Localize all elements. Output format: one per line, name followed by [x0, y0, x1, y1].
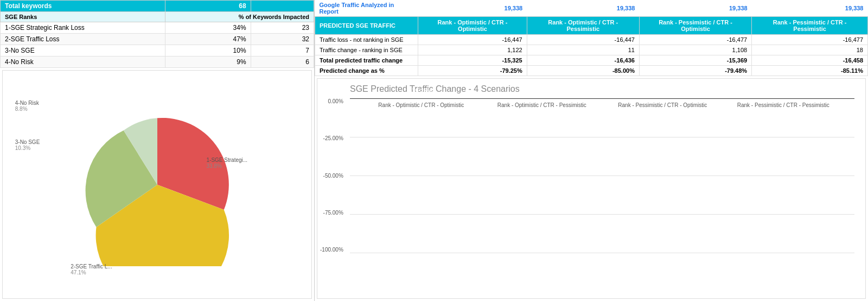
pie-chart-container: 1-SGE Strategi... 33.8% 2-SGE Traffic L.… — [2, 70, 312, 299]
table-row: 3-No SGE 10% 7 — [1, 45, 314, 57]
tr4-v1: -79.25% — [418, 66, 527, 76]
y-axis: 0.00% -25.00% -50.00% -75.00% -100.00% — [320, 98, 343, 253]
bar-x-label-1: Rank - Optimistic / CTR - Pessimistic — [497, 102, 586, 109]
traffic-total-3: 19,338 — [639, 0, 751, 17]
traffic-title-row: Google Traffic Analyzed in Report 19,338… — [315, 0, 868, 17]
col-1: Rank - Optimistic / CTR - Optimistic — [418, 17, 527, 35]
traffic-row-4: Predicted change as % -79.25% -85.00% -7… — [315, 66, 868, 76]
bar-x-label-3: Rank - Pessimistic / CTR - Pessimistic — [737, 102, 829, 109]
col-0: PREDICTED SGE TRAFFIC — [315, 17, 418, 35]
tr4-label: Predicted change as % — [315, 66, 418, 76]
tr1-label: Traffic loss - not ranking in SGE — [315, 35, 418, 45]
tr2-label: Traffic change - ranking in SGE — [315, 45, 418, 55]
tr1-v1: -16,447 — [418, 35, 527, 45]
bar-group-1: -85.00%Rank - Optimistic / CTR - Pessimi… — [489, 98, 595, 109]
traffic-row-2: Traffic change - ranking in SGE 1,122 11… — [315, 45, 868, 55]
total-row: Total keywords 68 — [1, 1, 314, 12]
bar-wrapper-2: -79.48%Rank - Pessimistic / CTR - Optimi… — [609, 98, 716, 109]
tr3-v1: -15,325 — [418, 55, 527, 66]
pie-label-1: 1-SGE Strategi... 33.8% — [207, 157, 248, 169]
tr3-v2: -16,436 — [527, 55, 639, 66]
row4-count: 6 — [251, 57, 314, 68]
table-row: 4-No Risk 9% 6 — [1, 57, 314, 68]
row1-label: 1-SGE Strategic Rank Loss — [1, 22, 165, 34]
bar-x-label-0: Rank - Optimistic / CTR - Optimistic — [378, 102, 464, 109]
bar-group-3: -85.11%Rank - Pessimistic / CTR - Pessim… — [730, 98, 837, 109]
bar-x-label-2: Rank - Pessimistic / CTR - Optimistic — [618, 102, 707, 109]
pie-label-2: 2-SGE Traffic L... 47.1% — [71, 264, 112, 275]
tr2-v4: 18 — [752, 45, 868, 55]
table-row: 2-SGE Traffic Loss 47% 32 — [1, 34, 314, 45]
col-header-pct: % of Keywords Impacted — [165, 12, 314, 22]
tr3-v3: -15,369 — [639, 55, 751, 66]
pie-label-4: 4-No Risk 8.8% — [15, 100, 39, 112]
chart-area: 0.00% -25.00% -50.00% -75.00% -100.00% -… — [350, 98, 854, 253]
traffic-row-3: Total predicted traffic change -15,325 -… — [315, 55, 868, 66]
y-label-1: -25.00% — [323, 135, 343, 141]
row1-count: 23 — [251, 22, 314, 34]
tr1-v3: -16,477 — [639, 35, 751, 45]
tr4-v2: -85.00% — [527, 66, 639, 76]
row2-count: 32 — [251, 34, 314, 45]
traffic-row-1: Traffic loss - not ranking in SGE -16,44… — [315, 35, 868, 45]
tr1-v2: -16,447 — [527, 35, 639, 45]
bar-value-label-3: -85.11% — [772, 87, 794, 94]
table-sub-header: SGE Ranks % of Keywords Impacted — [1, 12, 314, 22]
row4-label: 4-No Risk — [1, 57, 165, 68]
bar-value-label-1: -85.00% — [531, 87, 553, 94]
traffic-title: Google Traffic Analyzed in Report — [315, 0, 418, 17]
bar-wrapper-3: -85.11%Rank - Pessimistic / CTR - Pessim… — [730, 98, 837, 109]
y-label-2: -50.00% — [323, 173, 343, 179]
bar-chart-container: SGE Predicted Traffic Change - 4 Scenari… — [317, 78, 866, 299]
col-3: Rank - Pessimistic / CTR - Optimistic — [639, 17, 751, 35]
traffic-total-2: 19,338 — [527, 0, 639, 17]
tr4-v3: -79.48% — [639, 66, 751, 76]
col-header-rank: SGE Ranks — [1, 12, 165, 22]
total-keywords-label: Total keywords — [1, 1, 165, 12]
tr2-v1: 1,122 — [418, 45, 527, 55]
y-label-0: 0.00% — [328, 98, 343, 104]
row3-pct: 10% — [165, 45, 251, 57]
bar-group-2: -79.48%Rank - Pessimistic / CTR - Optimi… — [609, 98, 716, 109]
bar-wrapper-1: -85.00%Rank - Optimistic / CTR - Pessimi… — [489, 98, 595, 109]
bars-row: -79.25%Rank - Optimistic / CTR - Optimis… — [350, 98, 854, 253]
traffic-total-1: 19,338 — [418, 0, 527, 17]
bar-value-label-2: -79.48% — [652, 87, 674, 94]
bar-group-0: -79.25%Rank - Optimistic / CTR - Optimis… — [368, 98, 474, 109]
traffic-col-header: PREDICTED SGE TRAFFIC Rank - Optimistic … — [315, 17, 868, 35]
traffic-table: Google Traffic Analyzed in Report 19,338… — [315, 0, 868, 76]
pie-label-3: 3-No SGE 10.3% — [15, 139, 40, 151]
pie-chart-svg — [76, 103, 239, 266]
left-panel: Total keywords 68 SGE Ranks % of Keyword… — [0, 0, 315, 301]
col-4: Rank - Pessimistic / CTR - Pessimistic — [752, 17, 868, 35]
tr3-v4: -16,458 — [752, 55, 868, 66]
tr2-v3: 1,108 — [639, 45, 751, 55]
row2-label: 2-SGE Traffic Loss — [1, 34, 165, 45]
row2-pct: 47% — [165, 34, 251, 45]
right-panel: Google Traffic Analyzed in Report 19,338… — [315, 0, 868, 301]
y-label-3: -75.00% — [323, 210, 343, 216]
row3-label: 3-No SGE — [1, 45, 165, 57]
tr2-v2: 11 — [527, 45, 639, 55]
tr3-label: Total predicted traffic change — [315, 55, 418, 66]
tr4-v4: -85.11% — [752, 66, 868, 76]
row1-pct: 34% — [165, 22, 251, 34]
tr1-v4: -16,477 — [752, 35, 868, 45]
keywords-table: Total keywords 68 SGE Ranks % of Keyword… — [0, 0, 314, 68]
row4-pct: 9% — [165, 57, 251, 68]
grid-line-100 — [350, 253, 854, 253]
bar-wrapper-0: -79.25%Rank - Optimistic / CTR - Optimis… — [368, 98, 474, 109]
row3-count: 7 — [251, 45, 314, 57]
traffic-total-4: 19,338 — [752, 0, 868, 17]
main-container: Total keywords 68 SGE Ranks % of Keyword… — [0, 0, 868, 301]
total-keywords-value: 68 — [165, 1, 251, 12]
table-row: 1-SGE Strategic Rank Loss 34% 23 — [1, 22, 314, 34]
y-label-4: -100.00% — [320, 247, 343, 253]
bar-value-label-0: -79.25% — [410, 87, 432, 94]
col-2: Rank - Optimistic / CTR - Pessimistic — [527, 17, 639, 35]
